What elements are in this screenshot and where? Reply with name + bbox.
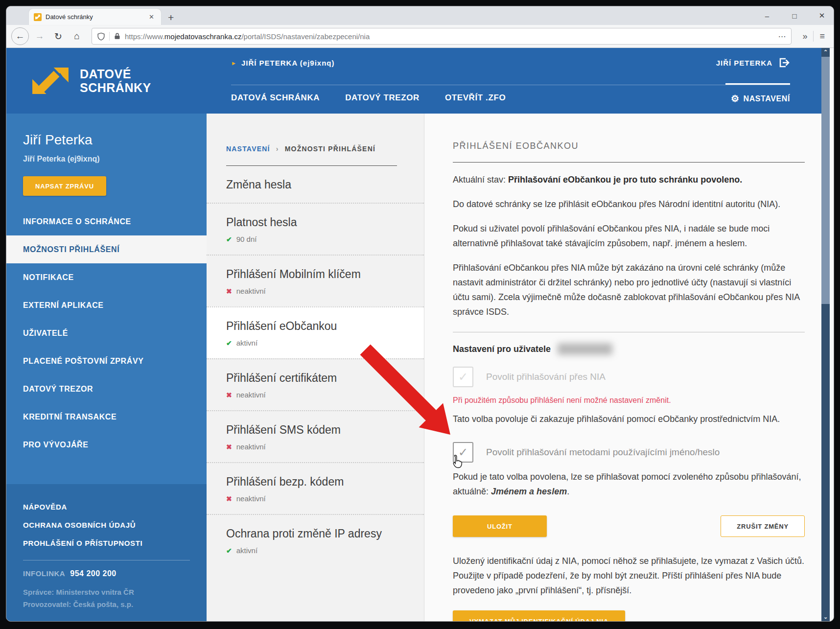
site-logo[interactable]: DATOVÉ SCHRÁNKY (6, 48, 230, 114)
page-scrollbar[interactable]: ⌃ ⌄ (821, 48, 830, 621)
logout-icon (778, 57, 790, 69)
list-item-platnost-hesla[interactable]: Platnost hesla ✔90 dní (207, 203, 424, 255)
delete-nia-id-button[interactable]: VYMAZAT MŮJ IDENTIFIKAČNÍ ÚDAJ NIA (453, 610, 625, 621)
new-tab-button[interactable]: + (168, 10, 174, 25)
sidebar-item-externi-aplikace[interactable]: EXTERNÍ APLIKACE (6, 291, 207, 319)
sidebar-item-notifikace[interactable]: NOTIFIKACE (6, 263, 207, 291)
home-button[interactable]: ⌂ (69, 28, 85, 44)
overflow-chevrons-icon[interactable]: » (802, 31, 807, 42)
urlbar-separator (109, 32, 110, 41)
url-domain: mojedatovaschranka.cz (164, 32, 242, 41)
hamburger-menu-icon[interactable]: ≡ (819, 31, 825, 42)
footer-link-napoveda[interactable]: NÁPOVĚDA (23, 498, 190, 516)
save-button[interactable]: ULOŽIT (453, 515, 547, 537)
browser-tab[interactable]: Datové schránky ✕ (29, 9, 161, 25)
cancel-changes-button[interactable]: ZRUŠIT ZMĚNY (721, 515, 805, 537)
url-text[interactable]: https://www.mojedatovaschranka.cz/portal… (125, 32, 771, 41)
nav-nastaveni[interactable]: ⚙ NASTAVENÍ (731, 93, 790, 104)
toolbar-separator (813, 31, 814, 42)
sidebar-item-kreditni-transakce[interactable]: KREDITNÍ TRANSAKCE (6, 403, 207, 431)
settings-list-panel: NASTAVENÍ › MOŽNOSTI PŘIHLÁŠENÍ Změna he… (207, 114, 424, 621)
cross-icon: ✖ (226, 495, 232, 503)
forward-button[interactable]: → (32, 28, 47, 44)
lock-icon (114, 32, 121, 40)
sidebar-item-moznosti-prihlaseni[interactable]: MOŽNOSTI PŘIHLÁŠENÍ (6, 235, 207, 263)
list-item-zmena-hesla[interactable]: Změna hesla (207, 166, 424, 203)
sidebar-user-name: Jiří Peterka (23, 132, 190, 148)
footer-link-pristupnost[interactable]: PROHLÁŠENÍ O PŘÍSTUPNOSTI (23, 534, 190, 552)
list-item-sms-kod[interactable]: Přihlášení SMS kódem ✖neaktivní (207, 410, 424, 462)
sidebar-footer: NÁPOVĚDA OCHRANA OSOBNÍCH ÚDAJŮ PROHLÁŠE… (6, 484, 207, 621)
browser-toolbar: ← → ↻ ⌂ https://www.mojedatovaschranka.c… (6, 25, 834, 48)
breadcrumb-separator: › (276, 145, 279, 153)
infoline-number: 954 200 200 (70, 569, 116, 578)
sidebar-menu: INFORMACE O SCHRÁNCE MOŽNOSTI PŘIHLÁŠENÍ… (6, 208, 207, 484)
cross-icon: ✖ (226, 287, 232, 295)
session-active-underline (725, 83, 790, 85)
sidebar-item-informace-o-schrance[interactable]: INFORMACE O SCHRÁNCE (6, 208, 207, 235)
checkbox-nia-label: Povolit přihlašování přes NIA (486, 372, 606, 382)
checkbox-password-label: Povolit přihlašování metodami používajíc… (486, 447, 720, 458)
site-header: DATOVÉ SCHRÁNKY ► JIŘÍ PETERKA (ej9ixnq)… (6, 48, 821, 114)
checkmark-icon: ✓ (458, 446, 468, 458)
list-item-ip-ochrana[interactable]: Ochrana proti změně IP adresy ✔aktivní (207, 514, 424, 566)
sidebar-item-uzivatele[interactable]: UŽIVATELÉ (6, 319, 207, 347)
site-logo-text: DATOVÉ SCHRÁNKY (80, 67, 151, 94)
paragraph-nia-restrictions: Přihlašování eObčankou přes NIA může být… (453, 260, 805, 319)
nav-datova-schranka[interactable]: DATOVÁ SCHRÁNKA (231, 93, 320, 103)
footer-divider (23, 560, 190, 560)
section-divider (453, 332, 805, 332)
list-item-eobcanka-selected[interactable]: Přihlášení eObčankou ✔aktivní (207, 306, 424, 358)
redacted-username-blur (558, 343, 612, 355)
check-icon: ✔ (226, 339, 232, 347)
tab-title: Datové schránky (46, 13, 143, 21)
list-item-certifikat[interactable]: Přihlášení certifikátem ✖neaktivní (207, 358, 424, 410)
datovky-logo-icon (30, 65, 71, 96)
sidebar-item-placene-postovni-zpravy[interactable]: PLACENÉ POŠTOVNÍ ZPRÁVY (6, 347, 207, 375)
checkbox-row-nia: ✓ Povolit přihlašování přes NIA (453, 367, 805, 387)
nav-otevrit-zfo[interactable]: OTEVŘÍT .ZFO (445, 93, 506, 103)
scrollbar-down-icon[interactable]: ⌄ (821, 614, 830, 620)
current-state-text: Aktuální stav: Přihlašování eObčankou je… (453, 172, 805, 187)
sidebar: Jiří Peterka Jiří Peterka (ej9ixnq) NAPS… (6, 114, 207, 621)
window-close-button[interactable]: ✕ (818, 11, 826, 20)
scrollbar-thumb[interactable] (821, 57, 830, 304)
nia-checkbox-description: Tato volba povoluje či zakazuje přihlašo… (453, 412, 805, 426)
user-settings-heading: Nastavení pro uživatele (453, 343, 805, 355)
check-icon: ✔ (226, 547, 232, 555)
browser-titlebar: Datové schránky ✕ + – □ ✕ (6, 6, 834, 25)
sidebar-account-id: Jiří Peterka (ej9ixnq) (23, 155, 190, 163)
footer-note: Správce: Ministerstvo vnitra ČR Provozov… (23, 586, 190, 610)
paragraph-nia-intro: Do datové schránky se lze přihlásit eObč… (453, 197, 805, 211)
breadcrumb-link-nastaveni[interactable]: NASTAVENÍ (226, 145, 270, 153)
url-path: /portal/ISDS/nastaveni/zabezpeceni/nia (241, 32, 370, 41)
tab-close-icon[interactable]: ✕ (147, 13, 156, 21)
reload-button[interactable]: ↻ (50, 28, 66, 44)
tracking-shield-icon[interactable] (97, 32, 105, 41)
detail-title-rule (453, 162, 805, 163)
triangle-marker-icon: ► (231, 60, 237, 66)
back-button[interactable]: ← (11, 27, 29, 45)
footer-link-ochrana-udaju[interactable]: OCHRANA OSOBNÍCH ÚDAJŮ (23, 516, 190, 534)
checkbox-row-password: ✓ Povolit přihlašování metodami používaj… (453, 442, 805, 463)
list-item-bezp-kod[interactable]: Přihlášení bezp. kódem ✖neaktivní (207, 462, 424, 514)
sidebar-item-datovy-trezor[interactable]: DATOVÝ TREZOR (6, 375, 207, 403)
session-user-button[interactable]: JIŘÍ PETERKA (716, 57, 790, 69)
delete-nia-id-info: Uložený identifikační údaj z NIA, pomocí… (453, 554, 805, 598)
nav-datovy-trezor[interactable]: DATOVÝ TREZOR (345, 93, 420, 103)
checkbox-nia-disabled[interactable]: ✓ (453, 367, 473, 387)
breadcrumb-current: MOŽNOSTI PŘIHLÁŠENÍ (285, 145, 375, 153)
active-mailbox-label[interactable]: ► JIŘÍ PETERKA (ej9ixnq) (231, 59, 335, 67)
window-minimize-button[interactable]: – (763, 12, 771, 20)
tab-favicon-datovky-icon (34, 13, 42, 21)
header-nav: DATOVÁ SCHRÁNKA DATOVÝ TREZOR OTEVŘÍT .Z… (231, 93, 506, 103)
warning-text: Při použitém způsobu přihlášení není mož… (453, 396, 805, 405)
compose-message-button[interactable]: NAPSAT ZPRÁVU (23, 176, 106, 196)
sidebar-item-pro-vyvojare[interactable]: PRO VÝVOJÁŘE (6, 431, 207, 459)
list-item-mobilni-klic[interactable]: Přihlášení Mobilním klíčem ✖neaktivní (207, 255, 424, 306)
scrollbar-up-icon[interactable]: ⌃ (821, 49, 830, 55)
checkbox-password-methods[interactable]: ✓ (453, 442, 473, 463)
window-maximize-button[interactable]: □ (791, 12, 798, 20)
url-bar[interactable]: https://www.mojedatovaschranka.cz/portal… (92, 28, 792, 45)
page-actions-icon[interactable]: ⋯ (778, 32, 786, 41)
